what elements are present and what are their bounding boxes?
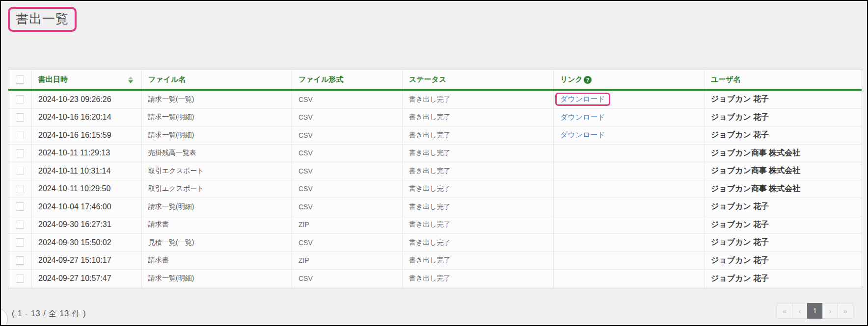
cell-file-format: CSV [292,126,403,144]
header-cell-user-name: ユーザ名 [705,70,862,89]
cell-file-format: ZIP [292,216,403,234]
cell-checkbox [8,252,32,270]
header-label-file-name: ファイル名 [148,75,186,84]
header-label-link: リンク [560,75,583,84]
cell-export-datetime: 2024-10-11 10:29:50 [32,180,142,198]
row-checkbox[interactable] [16,131,24,139]
table-row: 2024-10-16 16:20:14 請求一覧(明細) CSV 書き出し完了 … [8,109,862,127]
cell-file-name: 請求一覧(一覧) [142,91,292,108]
cell-checkbox [8,126,32,144]
row-checkbox[interactable] [16,167,24,175]
cell-status: 書き出し完了 [403,270,554,288]
header-cell-checkbox [8,70,32,89]
row-checkbox[interactable] [16,149,24,157]
cell-checkbox [8,162,32,180]
cell-checkbox [8,180,32,198]
cell-status: 書き出し完了 [403,198,554,216]
row-checkbox[interactable] [16,221,24,229]
floating-help-button[interactable] [0,308,8,326]
cell-checkbox [8,145,32,162]
header-cell-status: ステータス [403,70,554,89]
cell-link [554,216,705,234]
pagination-first-button[interactable]: « [777,303,792,319]
cell-status: 書き出し完了 [403,126,554,144]
cell-status: 書き出し完了 [403,180,554,198]
pagination-last-button[interactable]: » [838,303,853,319]
pagination-prev-button[interactable]: ‹ [792,303,808,319]
row-checkbox[interactable] [16,185,24,193]
cell-file-name: 請求一覧(明細) [142,109,292,126]
cell-checkbox [8,91,32,108]
table-header-row: 書出日時 ファイル名 ファイル形式 ステータス リンク ? ユーザ名 [8,70,862,91]
cell-export-datetime: 2024-10-16 16:20:14 [32,109,142,126]
cell-link: ダウンロード [554,91,705,108]
cell-user-name: ジョブカン 花子 [705,109,862,126]
cell-checkbox [8,109,32,126]
download-link[interactable]: ダウンロード [560,95,605,103]
cell-link [554,198,705,216]
cell-file-name: 請求一覧(明細) [142,198,292,216]
row-checkbox[interactable] [16,202,24,211]
cell-status: 書き出し完了 [403,109,554,126]
cell-export-datetime: 2024-09-27 10:57:47 [32,270,142,288]
header-label-status: ステータス [409,75,446,84]
cell-link [554,252,705,270]
select-all-checkbox[interactable] [16,75,24,84]
cell-export-datetime: 2024-09-27 15:10:17 [32,252,142,270]
cell-user-name: ジョブカン 花子 [705,270,862,288]
row-checkbox[interactable] [16,275,24,283]
cell-link [554,180,705,198]
cell-status: 書き出し完了 [403,145,554,162]
cell-file-format: CSV [292,234,403,251]
cell-file-name: 売掛残高一覧表 [142,145,292,162]
cell-link: ダウンロード [554,126,705,144]
pagination-controls: « ‹ 1 › » [777,303,853,319]
row-checkbox[interactable] [16,238,24,247]
cell-file-name: 見積一覧(一覧) [142,234,292,251]
cell-link: ダウンロード [554,109,705,126]
cell-status: 書き出し完了 [403,91,554,108]
pagination-page-1-button[interactable]: 1 [807,303,823,319]
cell-status: 書き出し完了 [403,216,554,234]
table-row: 2024-10-16 16:15:59 請求一覧(明細) CSV 書き出し完了 … [8,126,862,145]
sort-asc-arrow-icon [128,76,133,79]
cell-export-datetime: 2024-09-30 15:50:02 [32,234,142,251]
cell-link [554,270,705,288]
cell-user-name: ジョブカン 花子 [705,126,862,144]
cell-export-datetime: 2024-10-23 09:26:26 [32,91,142,108]
download-link[interactable]: ダウンロード [560,113,605,121]
header-cell-file-name: ファイル名 [142,70,292,89]
table-row: 2024-09-27 15:10:17 請求書 ZIP 書き出し完了 ジョブカン… [8,252,862,270]
cell-file-format: CSV [292,91,403,108]
cell-user-name: ジョブカン商事 株式会社 [705,180,862,198]
pagination-next-button[interactable]: › [822,303,838,319]
table-body: 2024-10-23 09:26:26 請求一覧(一覧) CSV 書き出し完了 … [8,91,862,288]
cell-export-datetime: 2024-10-04 17:46:00 [32,198,142,216]
row-checkbox[interactable] [16,95,24,103]
cell-user-name: ジョブカン 花子 [705,198,862,216]
cell-file-format: ZIP [292,252,403,270]
cell-status: 書き出し完了 [403,252,554,270]
cell-file-format: CSV [292,270,403,288]
row-checkbox[interactable] [16,256,24,265]
cell-status: 書き出し完了 [403,162,554,180]
cell-checkbox [8,216,32,234]
download-link[interactable]: ダウンロード [560,130,605,139]
cell-file-name: 取引エクスポート [142,162,292,180]
export-table: 書出日時 ファイル名 ファイル形式 ステータス リンク ? ユーザ名 [8,70,862,288]
help-question-icon[interactable]: ? [584,76,592,84]
cell-user-name: ジョブカン商事 株式会社 [705,162,862,180]
header-cell-export-datetime[interactable]: 書出日時 [32,70,142,89]
cell-file-name: 請求書 [142,252,292,270]
table-row: 2024-10-11 10:29:50 取引エクスポート CSV 書き出し完了 … [8,180,862,199]
cell-file-format: CSV [292,198,403,216]
download-link-wrap: ダウンロード [560,113,605,122]
table-row: 2024-09-27 10:57:47 請求一覧(明細) CSV 書き出し完了 … [8,270,862,288]
cell-link [554,234,705,251]
cell-user-name: ジョブカン 花子 [705,91,862,108]
row-checkbox[interactable] [16,113,24,122]
sort-icon[interactable] [128,76,133,83]
cell-checkbox [8,270,32,288]
table-row: 2024-10-11 11:29:13 売掛残高一覧表 CSV 書き出し完了 ジ… [8,145,862,163]
sort-desc-arrow-icon [128,80,133,83]
